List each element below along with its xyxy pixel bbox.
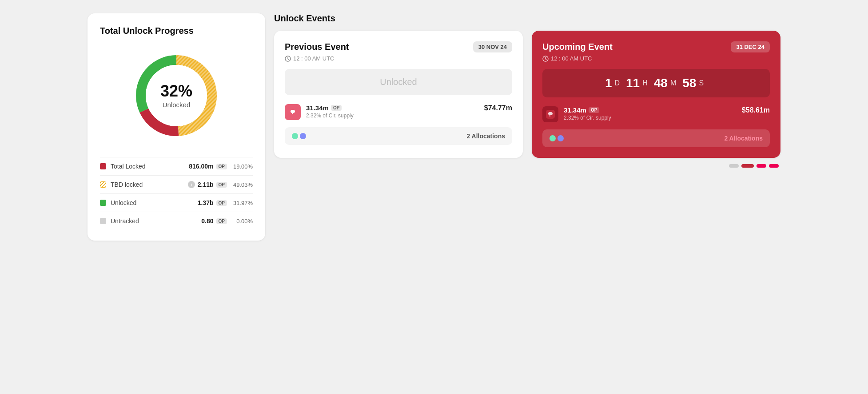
op-badge: OP	[331, 105, 342, 111]
countdown-seconds: 58	[682, 76, 696, 90]
token-supply: 2.32% of Cir. supply	[306, 113, 354, 119]
pagination	[274, 164, 780, 168]
allocations-label: 2 Allocations	[466, 133, 505, 140]
countdown-hours-unit: H	[642, 79, 648, 87]
legend-label: TBD locked	[111, 181, 186, 188]
page-dot-2[interactable]	[741, 164, 754, 168]
list-item: TBD locked i 2.11b OP 49.03%	[100, 175, 253, 193]
clock-icon	[542, 56, 549, 62]
upcoming-event-date: 31 DEC 24	[731, 41, 770, 52]
event-header: Previous Event 30 NOV 24	[285, 41, 512, 52]
upcoming-allocations-label: 2 Allocations	[724, 135, 763, 142]
token-supply-upcoming: 2.32% of Cir. supply	[564, 115, 611, 121]
legend-label: Unlocked	[111, 199, 198, 206]
legend-amount: 2.11b	[198, 181, 214, 188]
donut-label: 32% Unlocked	[160, 83, 192, 109]
legend-pct: 0.00%	[231, 218, 253, 225]
page-dot-4[interactable]	[769, 164, 779, 168]
info-icon[interactable]: i	[188, 181, 195, 188]
legend-pct: 31.97%	[231, 200, 253, 206]
countdown-hours: 11	[626, 76, 640, 90]
token-row: 31.34m OP 2.32% of Cir. supply $74.77m	[285, 104, 512, 120]
legend-rows: Total Locked 816.00m OP 19.00% TBD locke…	[100, 157, 253, 230]
page-dot-3[interactable]	[757, 164, 766, 168]
unlocked-pill: Unlocked	[285, 69, 512, 95]
previous-event-title: Previous Event	[285, 42, 349, 52]
donut-sub: Unlocked	[163, 101, 191, 109]
alloc-dot-upcoming-1	[549, 135, 556, 141]
previous-event-date: 30 NOV 24	[473, 41, 512, 52]
alloc-dot-upcoming-2	[557, 135, 564, 141]
allocations-row[interactable]: 2 Allocations	[285, 127, 512, 145]
legend-pct: 19.00%	[231, 163, 253, 170]
legend-color-dot	[100, 200, 106, 206]
countdown-days-unit: D	[614, 79, 620, 87]
alloc-dots-upcoming	[549, 135, 564, 141]
left-card: Total Unlock Progress	[88, 13, 265, 241]
token-row-upcoming: 31.34m OP 2.32% of Cir. supply $58.61m	[542, 106, 770, 122]
list-item: Untracked 0.80 OP 0.00%	[100, 212, 253, 230]
token-value: $74.77m	[484, 104, 512, 112]
countdown-minutes: 48	[654, 76, 668, 90]
page-dot-1[interactable]	[729, 164, 739, 168]
op-badge: OP	[216, 164, 227, 169]
section-title: Unlock Events	[274, 13, 780, 24]
legend-amount: 816.00m	[189, 163, 213, 170]
upcoming-event-time: 12 : 00 AM UTC	[542, 55, 770, 62]
alloc-dot-2	[300, 133, 306, 139]
legend-color-dot	[100, 218, 106, 224]
upcoming-event-header: Upcoming Event 31 DEC 24	[542, 41, 770, 52]
op-token-icon	[288, 108, 297, 117]
token-left: 31.34m OP 2.32% of Cir. supply	[285, 104, 354, 120]
token-amount: 31.34m OP	[306, 104, 354, 112]
countdown-box: 1 D 11 H 48 M 58 S	[542, 69, 770, 97]
alloc-dot-1	[292, 133, 298, 139]
op-token-icon-upcoming	[546, 110, 555, 119]
upcoming-allocations-row[interactable]: 2 Allocations	[542, 129, 770, 147]
legend-label: Total Locked	[111, 163, 189, 170]
token-value-upcoming: $58.61m	[742, 106, 770, 114]
alloc-dots	[292, 133, 306, 139]
donut-container: 32% Unlocked	[127, 47, 225, 145]
countdown-seconds-unit: S	[699, 79, 704, 87]
previous-event-card: Previous Event 30 NOV 24 12 : 00 AM UTC …	[274, 31, 523, 158]
legend-color-dot-striped	[100, 181, 106, 188]
upcoming-event-card: Upcoming Event 31 DEC 24 12 : 00 AM UTC …	[532, 31, 780, 158]
events-row: Previous Event 30 NOV 24 12 : 00 AM UTC …	[274, 31, 780, 158]
legend-pct: 49.03%	[231, 181, 253, 188]
upcoming-event-title: Upcoming Event	[542, 42, 613, 52]
op-badge: OP	[216, 218, 227, 224]
clock-icon	[285, 56, 291, 62]
donut-percent: 32%	[160, 83, 192, 99]
token-icon-upcoming	[542, 106, 558, 122]
op-badge: OP	[216, 200, 227, 206]
legend-amount: 0.80	[201, 217, 213, 225]
previous-event-time: 12 : 00 AM UTC	[285, 55, 512, 62]
token-info: 31.34m OP 2.32% of Cir. supply	[306, 104, 354, 119]
countdown-minutes-unit: M	[670, 79, 676, 87]
token-amount-upcoming: 31.34m OP	[564, 106, 611, 114]
list-item: Total Locked 816.00m OP 19.00%	[100, 157, 253, 175]
token-info-upcoming: 31.34m OP 2.32% of Cir. supply	[564, 106, 611, 121]
list-item: Unlocked 1.37b OP 31.97%	[100, 193, 253, 212]
legend-amount: 1.37b	[198, 199, 214, 206]
token-icon	[285, 104, 301, 120]
donut-wrap: 32% Unlocked	[100, 47, 253, 145]
right-section: Unlock Events Previous Event 30 NOV 24 1…	[274, 13, 780, 241]
legend-color-dot	[100, 163, 106, 169]
token-left-upcoming: 31.34m OP 2.32% of Cir. supply	[542, 106, 611, 122]
countdown-days: 1	[605, 76, 612, 90]
left-card-title: Total Unlock Progress	[100, 26, 253, 36]
op-badge-upcoming: OP	[589, 107, 599, 113]
main-container: Total Unlock Progress	[88, 13, 780, 241]
op-badge: OP	[216, 182, 227, 188]
legend-label: Untracked	[111, 217, 201, 225]
